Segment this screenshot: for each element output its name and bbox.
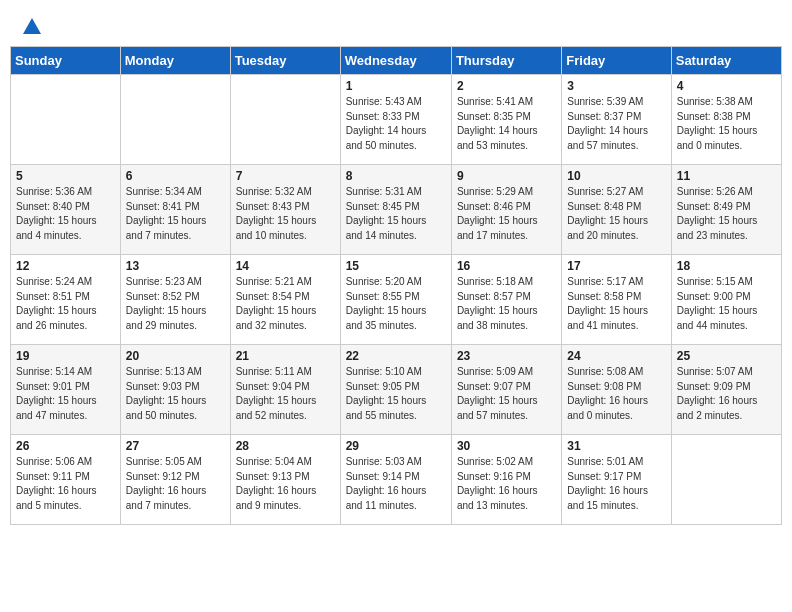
cell-content: Sunrise: 5:32 AMSunset: 8:43 PMDaylight:… — [236, 185, 335, 243]
day-number: 15 — [346, 259, 446, 273]
cell-content: Sunrise: 5:29 AMSunset: 8:46 PMDaylight:… — [457, 185, 556, 243]
logo-triangle-icon — [23, 18, 41, 34]
cell-content: Sunrise: 5:23 AMSunset: 8:52 PMDaylight:… — [126, 275, 225, 333]
calendar-cell: 29Sunrise: 5:03 AMSunset: 9:14 PMDayligh… — [340, 435, 451, 525]
cell-content: Sunrise: 5:39 AMSunset: 8:37 PMDaylight:… — [567, 95, 665, 153]
day-number: 22 — [346, 349, 446, 363]
calendar-week-row: 1Sunrise: 5:43 AMSunset: 8:33 PMDaylight… — [11, 75, 782, 165]
day-number: 18 — [677, 259, 776, 273]
day-number: 7 — [236, 169, 335, 183]
cell-content: Sunrise: 5:21 AMSunset: 8:54 PMDaylight:… — [236, 275, 335, 333]
cell-content: Sunrise: 5:20 AMSunset: 8:55 PMDaylight:… — [346, 275, 446, 333]
calendar-cell: 18Sunrise: 5:15 AMSunset: 9:00 PMDayligh… — [671, 255, 781, 345]
day-number: 29 — [346, 439, 446, 453]
day-number: 30 — [457, 439, 556, 453]
day-number: 10 — [567, 169, 665, 183]
calendar-cell: 20Sunrise: 5:13 AMSunset: 9:03 PMDayligh… — [120, 345, 230, 435]
day-number: 13 — [126, 259, 225, 273]
cell-content: Sunrise: 5:38 AMSunset: 8:38 PMDaylight:… — [677, 95, 776, 153]
cell-content: Sunrise: 5:11 AMSunset: 9:04 PMDaylight:… — [236, 365, 335, 423]
calendar-cell: 28Sunrise: 5:04 AMSunset: 9:13 PMDayligh… — [230, 435, 340, 525]
day-number: 11 — [677, 169, 776, 183]
calendar-cell: 8Sunrise: 5:31 AMSunset: 8:45 PMDaylight… — [340, 165, 451, 255]
cell-content: Sunrise: 5:26 AMSunset: 8:49 PMDaylight:… — [677, 185, 776, 243]
cell-content: Sunrise: 5:07 AMSunset: 9:09 PMDaylight:… — [677, 365, 776, 423]
day-number: 1 — [346, 79, 446, 93]
day-number: 14 — [236, 259, 335, 273]
calendar-cell — [230, 75, 340, 165]
day-number: 3 — [567, 79, 665, 93]
calendar-cell: 2Sunrise: 5:41 AMSunset: 8:35 PMDaylight… — [451, 75, 561, 165]
cell-content: Sunrise: 5:03 AMSunset: 9:14 PMDaylight:… — [346, 455, 446, 513]
cell-content: Sunrise: 5:10 AMSunset: 9:05 PMDaylight:… — [346, 365, 446, 423]
calendar-cell: 15Sunrise: 5:20 AMSunset: 8:55 PMDayligh… — [340, 255, 451, 345]
calendar-cell: 4Sunrise: 5:38 AMSunset: 8:38 PMDaylight… — [671, 75, 781, 165]
calendar-cell: 27Sunrise: 5:05 AMSunset: 9:12 PMDayligh… — [120, 435, 230, 525]
cell-content: Sunrise: 5:18 AMSunset: 8:57 PMDaylight:… — [457, 275, 556, 333]
cell-content: Sunrise: 5:02 AMSunset: 9:16 PMDaylight:… — [457, 455, 556, 513]
calendar-day-header: Tuesday — [230, 47, 340, 75]
cell-content: Sunrise: 5:17 AMSunset: 8:58 PMDaylight:… — [567, 275, 665, 333]
calendar-cell: 10Sunrise: 5:27 AMSunset: 8:48 PMDayligh… — [562, 165, 671, 255]
cell-content: Sunrise: 5:04 AMSunset: 9:13 PMDaylight:… — [236, 455, 335, 513]
page-header — [10, 10, 782, 40]
calendar-cell: 3Sunrise: 5:39 AMSunset: 8:37 PMDaylight… — [562, 75, 671, 165]
calendar-day-header: Friday — [562, 47, 671, 75]
cell-content: Sunrise: 5:15 AMSunset: 9:00 PMDaylight:… — [677, 275, 776, 333]
day-number: 17 — [567, 259, 665, 273]
calendar-cell: 24Sunrise: 5:08 AMSunset: 9:08 PMDayligh… — [562, 345, 671, 435]
calendar-cell: 13Sunrise: 5:23 AMSunset: 8:52 PMDayligh… — [120, 255, 230, 345]
cell-content: Sunrise: 5:08 AMSunset: 9:08 PMDaylight:… — [567, 365, 665, 423]
calendar-day-header: Monday — [120, 47, 230, 75]
calendar-cell — [671, 435, 781, 525]
day-number: 26 — [16, 439, 115, 453]
calendar-header-row: SundayMondayTuesdayWednesdayThursdayFrid… — [11, 47, 782, 75]
day-number: 23 — [457, 349, 556, 363]
cell-content: Sunrise: 5:05 AMSunset: 9:12 PMDaylight:… — [126, 455, 225, 513]
cell-content: Sunrise: 5:24 AMSunset: 8:51 PMDaylight:… — [16, 275, 115, 333]
calendar-day-header: Sunday — [11, 47, 121, 75]
calendar-cell: 11Sunrise: 5:26 AMSunset: 8:49 PMDayligh… — [671, 165, 781, 255]
cell-content: Sunrise: 5:13 AMSunset: 9:03 PMDaylight:… — [126, 365, 225, 423]
calendar-cell: 23Sunrise: 5:09 AMSunset: 9:07 PMDayligh… — [451, 345, 561, 435]
day-number: 31 — [567, 439, 665, 453]
calendar-cell — [11, 75, 121, 165]
calendar-day-header: Thursday — [451, 47, 561, 75]
calendar-week-row: 26Sunrise: 5:06 AMSunset: 9:11 PMDayligh… — [11, 435, 782, 525]
day-number: 20 — [126, 349, 225, 363]
calendar-cell: 19Sunrise: 5:14 AMSunset: 9:01 PMDayligh… — [11, 345, 121, 435]
calendar-cell: 14Sunrise: 5:21 AMSunset: 8:54 PMDayligh… — [230, 255, 340, 345]
cell-content: Sunrise: 5:43 AMSunset: 8:33 PMDaylight:… — [346, 95, 446, 153]
logo — [20, 18, 41, 36]
calendar-week-row: 12Sunrise: 5:24 AMSunset: 8:51 PMDayligh… — [11, 255, 782, 345]
calendar-day-header: Wednesday — [340, 47, 451, 75]
calendar-cell: 22Sunrise: 5:10 AMSunset: 9:05 PMDayligh… — [340, 345, 451, 435]
day-number: 5 — [16, 169, 115, 183]
cell-content: Sunrise: 5:14 AMSunset: 9:01 PMDaylight:… — [16, 365, 115, 423]
calendar-cell: 25Sunrise: 5:07 AMSunset: 9:09 PMDayligh… — [671, 345, 781, 435]
calendar-table: SundayMondayTuesdayWednesdayThursdayFrid… — [10, 46, 782, 525]
day-number: 25 — [677, 349, 776, 363]
calendar-cell: 16Sunrise: 5:18 AMSunset: 8:57 PMDayligh… — [451, 255, 561, 345]
calendar-week-row: 19Sunrise: 5:14 AMSunset: 9:01 PMDayligh… — [11, 345, 782, 435]
cell-content: Sunrise: 5:41 AMSunset: 8:35 PMDaylight:… — [457, 95, 556, 153]
day-number: 12 — [16, 259, 115, 273]
cell-content: Sunrise: 5:01 AMSunset: 9:17 PMDaylight:… — [567, 455, 665, 513]
calendar-cell: 7Sunrise: 5:32 AMSunset: 8:43 PMDaylight… — [230, 165, 340, 255]
calendar-cell: 9Sunrise: 5:29 AMSunset: 8:46 PMDaylight… — [451, 165, 561, 255]
calendar-cell: 1Sunrise: 5:43 AMSunset: 8:33 PMDaylight… — [340, 75, 451, 165]
cell-content: Sunrise: 5:34 AMSunset: 8:41 PMDaylight:… — [126, 185, 225, 243]
day-number: 9 — [457, 169, 556, 183]
calendar-cell: 31Sunrise: 5:01 AMSunset: 9:17 PMDayligh… — [562, 435, 671, 525]
cell-content: Sunrise: 5:09 AMSunset: 9:07 PMDaylight:… — [457, 365, 556, 423]
calendar-cell: 5Sunrise: 5:36 AMSunset: 8:40 PMDaylight… — [11, 165, 121, 255]
day-number: 19 — [16, 349, 115, 363]
cell-content: Sunrise: 5:27 AMSunset: 8:48 PMDaylight:… — [567, 185, 665, 243]
calendar-cell — [120, 75, 230, 165]
day-number: 8 — [346, 169, 446, 183]
day-number: 21 — [236, 349, 335, 363]
calendar-day-header: Saturday — [671, 47, 781, 75]
day-number: 27 — [126, 439, 225, 453]
day-number: 2 — [457, 79, 556, 93]
calendar-cell: 21Sunrise: 5:11 AMSunset: 9:04 PMDayligh… — [230, 345, 340, 435]
